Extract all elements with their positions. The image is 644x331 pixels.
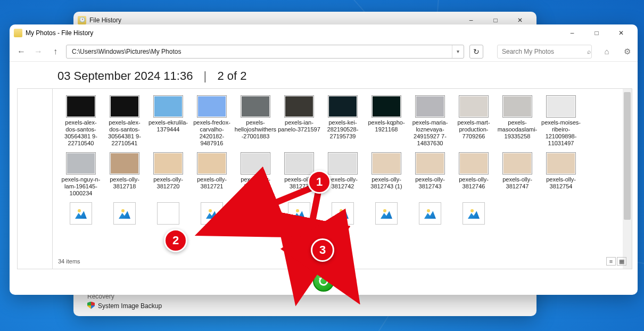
file-name: pexels-olly-3812718 (103, 176, 146, 190)
thumbnails-view-button[interactable]: ▦ (617, 257, 626, 266)
image-file-icon (113, 202, 136, 225)
page-info: 2 of 2 (217, 69, 246, 82)
file-name: pexels-olly-3812720 (147, 176, 189, 190)
file-item[interactable]: pexels-moises-ribeiro-121009898-11031497 (539, 94, 583, 149)
file-item[interactable]: pexels-fredox-carvalho-2420182-9487916 (190, 94, 234, 149)
folder-icon (14, 29, 22, 37)
file-item[interactable] (146, 201, 190, 227)
front-window-title: My Photos - File History (26, 29, 93, 37)
search-box[interactable]: ⌕ (497, 45, 592, 59)
file-item[interactable]: pexels-ian-panelo-3721597 (277, 94, 321, 149)
file-item[interactable]: pexels-maria-loznevaya-24915927 7-148376… (408, 94, 452, 149)
refresh-button[interactable]: ↻ (469, 45, 483, 59)
file-item[interactable]: pexels-ekrulila-1379444 (146, 94, 190, 149)
thumbnail (153, 95, 183, 118)
file-item[interactable]: pexels-olly-3812718 (103, 151, 146, 199)
file-item[interactable]: pexels-kqpho-1921168 (365, 94, 408, 149)
thumbnail (110, 152, 139, 175)
file-item[interactable] (234, 201, 277, 227)
file-item[interactable] (277, 201, 321, 227)
thumbnail (502, 152, 532, 175)
thumbnail (153, 152, 183, 175)
file-item[interactable]: pexels-olly-3812754 (539, 151, 583, 199)
file-name: pexels-maria-loznevaya-24915927 7-148376… (409, 119, 451, 147)
thumbnail (197, 152, 227, 175)
file-item[interactable]: pexels-olly-3812747 (496, 151, 539, 199)
file-item[interactable]: pexels-olly-3812720 (146, 151, 190, 199)
image-file-icon (375, 202, 398, 225)
file-item[interactable]: pexels-alex-dos-santos-30564381 9-227105… (103, 94, 146, 149)
file-history-icon (78, 16, 86, 24)
file-item[interactable] (365, 201, 408, 227)
file-item[interactable] (103, 201, 146, 227)
sidebar-item-system-image-backup[interactable]: System Image Backup (87, 302, 530, 310)
address-dropdown-icon[interactable]: ▾ (452, 45, 464, 58)
file-name: pexels-ekrulila-1379444 (147, 119, 189, 133)
file-item[interactable] (452, 201, 496, 227)
file-name: pexels-hellojoshwithers-27001883 (234, 119, 277, 140)
file-item[interactable]: pexels-alex-dos-santos-30564381 9-227105… (59, 94, 103, 149)
image-file-icon (419, 202, 441, 225)
file-item[interactable]: pexels-olly-3812746 (452, 151, 496, 199)
thumbnail (546, 152, 576, 175)
details-view-button[interactable]: ≡ (606, 257, 616, 266)
file-item[interactable]: pexels-kei-282190528-27195739 (321, 94, 365, 149)
back-window-title: File History (89, 16, 121, 24)
thumbnail (241, 95, 270, 118)
image-file-icon (463, 202, 485, 225)
thumbnail (371, 152, 401, 175)
file-name: pexels-olly-3812746 (452, 176, 495, 190)
file-item[interactable]: pexels-hellojoshwithers-27001883 (234, 94, 277, 149)
file-item[interactable]: pexels-mart-production-7709266 (452, 94, 496, 149)
file-name: pexels-olly-3812731 (234, 176, 277, 190)
file-item[interactable]: pexels-olly-3812731 (234, 151, 277, 199)
address-input[interactable] (67, 45, 452, 58)
thumbnail (66, 152, 96, 175)
file-name: pexels-alex-dos-santos-30564381 9-227105… (103, 119, 146, 147)
file-name: pexels-nguy-n-lam-196145-1000234 (60, 176, 102, 197)
back-button[interactable]: ← (15, 45, 28, 58)
home-icon[interactable]: ⌂ (601, 46, 612, 57)
file-item[interactable]: pexels-olly-3812743 (1) (365, 151, 408, 199)
file-name: pexels-olly-3812747 (496, 176, 539, 190)
address-bar[interactable]: ▾ (66, 45, 464, 59)
scroll-thumb[interactable] (624, 92, 631, 220)
image-file-icon (201, 202, 223, 225)
file-name: pexels-ian-panelo-3721597 (278, 119, 320, 133)
file-item[interactable]: pexels-nguy-n-lam-196145-1000234 (59, 151, 103, 199)
up-button[interactable]: ↑ (49, 45, 62, 58)
maximize-button[interactable]: □ (584, 24, 609, 42)
file-item[interactable]: pexels-olly-3812742 (321, 151, 365, 199)
file-item[interactable]: pexels-olly-3812721 (190, 151, 234, 199)
file-item[interactable] (59, 201, 103, 227)
previous-version-button[interactable] (291, 275, 312, 287)
thumbnail (110, 95, 139, 118)
file-name: pexels-olly-3812743 (1) (365, 176, 408, 190)
file-pane[interactable]: pexels-alex-dos-santos-30564381 9-227105… (52, 88, 632, 269)
thumbnail (284, 152, 314, 175)
scrollbar[interactable] (623, 89, 632, 269)
thumbnail (241, 152, 270, 175)
file-item[interactable]: pexels-olly-381273 (277, 151, 321, 199)
file-item[interactable]: pexels-masoodaslami-19335258 (496, 94, 539, 149)
thumbnail (328, 152, 358, 175)
file-item[interactable] (190, 201, 234, 227)
file-item[interactable]: pexels-olly-3812743 (408, 151, 452, 199)
image-file-icon (70, 202, 92, 225)
minimize-button[interactable]: – (560, 24, 584, 42)
restore-button[interactable] (313, 270, 334, 292)
close-button[interactable]: ✕ (609, 24, 633, 42)
thumbnail (284, 95, 314, 118)
forward-button[interactable]: → (32, 45, 45, 58)
thumbnail (328, 95, 358, 118)
file-item[interactable] (321, 201, 365, 227)
toolbar: ← → ↑ ▾ ↻ ⌕ ⌂ ⚙ (10, 42, 638, 62)
search-input[interactable] (498, 48, 586, 55)
image-file-icon (244, 202, 267, 225)
next-version-button[interactable] (335, 275, 357, 287)
file-name: pexels-olly-3812754 (540, 176, 582, 190)
gear-icon[interactable]: ⚙ (622, 46, 632, 57)
thumbnail (371, 95, 401, 118)
file-name: pexels-olly-381273 (278, 176, 320, 190)
file-item[interactable] (408, 201, 452, 227)
